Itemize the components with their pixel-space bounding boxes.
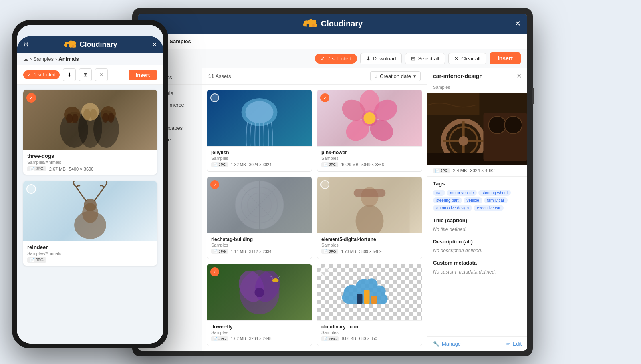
svg-point-9: [66, 114, 73, 123]
svg-rect-55: [427, 93, 479, 115]
asset-info: element5-digital-fortune Samples 📄 JPG 1…: [317, 233, 422, 257]
file-type-badge: 📄 JPG: [211, 249, 228, 254]
phone-modal: ⚙ Cloudinary ✕ ☁ › Samples ›: [17, 36, 163, 344]
table-row[interactable]: ✓ pink-flower Samples 📄 JPG 10.29 MB 504…: [317, 90, 422, 172]
select-all-btn[interactable]: ⊞ Select all: [405, 53, 445, 64]
asset-thumbnail: [207, 90, 312, 146]
detail-custom-title: Custom metadata: [433, 260, 522, 266]
svg-rect-19: [310, 22, 312, 27]
tablet-side-button: [532, 88, 534, 104]
detail-description-section: Description (alt) No description defined…: [427, 235, 527, 256]
tag[interactable]: automotive design: [433, 205, 472, 211]
svg-rect-20: [312, 24, 314, 27]
phone-breadcrumb-current: Animals: [58, 56, 79, 62]
phone-breadcrumb: ☁ › Samples › Animals: [17, 53, 163, 65]
sort-label: Creation date: [380, 73, 411, 79]
tag[interactable]: steering wheel: [478, 190, 510, 196]
phone-gear-icon[interactable]: ⚙: [23, 41, 29, 48]
svg-point-22: [246, 101, 274, 123]
phone-asset-path: Samples/Animals: [27, 160, 153, 165]
table-row[interactable]: ✓ flower-fly Samples 📄 JPG 1.62 MB 3264 …: [207, 264, 312, 346]
phone-download-btn[interactable]: ⬇: [63, 68, 76, 81]
svg-point-50: [459, 136, 468, 146]
asset-meta: 📄 JPG 1.32 MB 3024 × 3024: [211, 162, 308, 167]
table-row[interactable]: ✓ riechstag-building Samples 📄 JPG 1.11 …: [207, 177, 312, 259]
asset-thumbnail: ✓: [207, 264, 312, 320]
file-type-badge: 📄 JPG: [211, 336, 228, 341]
table-row[interactable]: jellyfish Samples 📄 JPG 1.32 MB 3024 × 3…: [207, 90, 312, 172]
modal-close-icon[interactable]: ✕: [515, 19, 521, 28]
detail-panel: car-interior-design ✕ Samples: [427, 68, 527, 351]
phone-asset-path: Samples/Animals: [27, 251, 153, 256]
phone-close-icon[interactable]: ✕: [152, 41, 157, 48]
detail-edit-btn[interactable]: ✏ Edit: [506, 341, 522, 347]
asset-info: riechstag-building Samples 📄 JPG 1.11 MB…: [207, 233, 312, 257]
phone-toolbar: ✓ 1 selected ⬇ ⊞ ✕ Insert: [17, 65, 163, 85]
assets-grid: jellyfish Samples 📄 JPG 1.32 MB 3024 × 3…: [202, 85, 427, 351]
svg-rect-18: [307, 24, 309, 27]
phone-assets-list: ✓ three-dogs Samples/Animals 📄 JPG 2.67 …: [17, 85, 163, 344]
table-row[interactable]: element5-digital-fortune Samples 📄 JPG 1…: [317, 177, 422, 259]
selected-count-badge[interactable]: ✓ 7 selected: [315, 54, 357, 64]
asset-name: cloudinary_icon: [321, 324, 418, 330]
svg-point-12: [90, 109, 97, 120]
svg-rect-1: [70, 43, 72, 48]
modal-logo: Cloudinary: [302, 18, 363, 29]
detail-close-icon[interactable]: ✕: [516, 72, 522, 80]
tablet-inner: ⚙ Cloudinary ✕ ☁ › Samples: [138, 14, 527, 351]
detail-dimensions: 3024 × 4032: [470, 168, 494, 173]
phone-deselect-btn[interactable]: ✕: [95, 68, 108, 81]
phone-grid-btn[interactable]: ⊞: [79, 68, 92, 81]
clear-all-btn[interactable]: ✕ Clear all: [448, 53, 486, 64]
phone-logo: Cloudinary: [63, 40, 117, 49]
detail-subtitle: Samples: [427, 84, 527, 93]
table-row[interactable]: cloudinary_icon Samples 📄 PNG 9.86 KB 68…: [317, 264, 422, 346]
svg-rect-2: [73, 45, 75, 48]
asset-folder: Samples: [211, 243, 308, 247]
insert-btn[interactable]: Insert: [490, 52, 521, 64]
phone-insert-btn[interactable]: Insert: [129, 70, 157, 80]
detail-manage-btn[interactable]: 🔧 Manage: [433, 341, 461, 347]
breadcrumb-current: Samples: [169, 38, 191, 44]
list-item[interactable]: ✓ three-dogs Samples/Animals 📄 JPG 2.67 …: [23, 90, 157, 175]
phone-asset-uncheck[interactable]: [26, 184, 36, 194]
tag[interactable]: executive car: [474, 205, 504, 211]
detail-title: car-interior-design: [433, 73, 483, 79]
detail-preview-image: [427, 93, 527, 165]
svg-point-10: [72, 114, 78, 123]
sort-down-icon: ↓: [375, 73, 377, 79]
download-btn[interactable]: ⬇ Download: [360, 53, 402, 64]
clear-icon: ✕: [454, 56, 459, 62]
asset-folder: Samples: [321, 330, 418, 335]
asset-select-circle[interactable]: [210, 93, 219, 102]
asset-select-circle[interactable]: ✓: [320, 93, 329, 102]
svg-rect-44: [371, 296, 377, 304]
tag[interactable]: family car: [484, 197, 508, 203]
svg-point-40: [255, 288, 264, 297]
asset-select-circle[interactable]: ✓: [210, 267, 219, 276]
phone-device: ⚙ Cloudinary ✕ ☁ › Samples ›: [12, 20, 168, 348]
phone-asset-meta: 📄 JPG: [27, 257, 153, 263]
modal-breadcrumb-row: ☁ › Samples: [138, 34, 527, 49]
asset-folder: Samples: [211, 156, 308, 161]
svg-point-41: [272, 278, 279, 282]
svg-point-54: [504, 116, 522, 134]
tag[interactable]: steering part: [433, 197, 462, 203]
phone-asset-name: three-dogs: [27, 153, 153, 159]
list-item[interactable]: reindeer Samples/Animals 📄 JPG: [23, 181, 157, 266]
tag[interactable]: motor vehicle: [447, 190, 477, 196]
tag[interactable]: car: [433, 190, 445, 196]
modal-toolbar: ✓ 7 selected ⬇ Download ⊞ Select all ✕ C…: [138, 49, 527, 68]
phone-selected-badge[interactable]: ✓ 1 selected: [23, 70, 60, 79]
phone-asset-check[interactable]: ✓: [26, 93, 36, 103]
asset-select-circle[interactable]: [320, 267, 329, 276]
phone-asset-meta: 📄 JPG 2.67 MB 5400 × 3600: [27, 166, 153, 171]
modal-logo-text: Cloudinary: [321, 19, 363, 28]
svg-point-29: [364, 112, 376, 124]
assets-header: 11 Assets ↓ Creation date ▾: [202, 68, 427, 85]
tag[interactable]: vehicle: [464, 197, 482, 203]
asset-meta: 📄 JPG 1.62 MB 3264 × 2448: [211, 336, 308, 341]
assets-sort-dropdown[interactable]: ↓ Creation date ▾: [370, 71, 421, 81]
asset-name: flower-fly: [211, 324, 308, 330]
detail-alt-value: No description defined.: [433, 248, 522, 253]
